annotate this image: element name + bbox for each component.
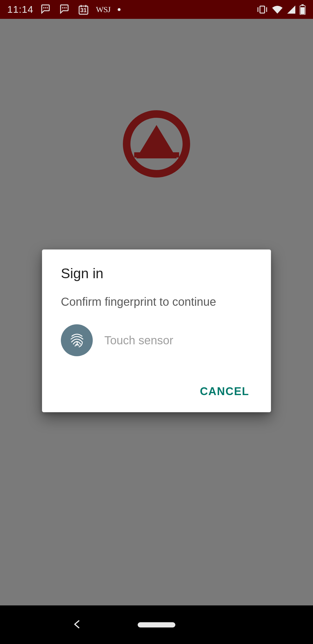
- wsj-icon: WSJ: [96, 5, 110, 14]
- cancel-button[interactable]: CANCEL: [199, 381, 251, 402]
- status-bar-left: 11:14 31 WSJ: [7, 4, 121, 15]
- svg-point-2: [47, 7, 48, 8]
- chat-icon: [59, 4, 71, 15]
- home-pill[interactable]: [138, 622, 175, 627]
- notification-dot-icon: [118, 8, 121, 11]
- dialog-title: Sign in: [61, 265, 252, 281]
- battery-icon: [299, 4, 306, 15]
- status-bar-right: [256, 4, 306, 15]
- svg-rect-9: [260, 6, 265, 13]
- chat-icon: [41, 4, 52, 15]
- svg-point-1: [45, 7, 46, 8]
- fingerprint-row: Touch sensor: [61, 324, 252, 356]
- status-clock: 11:14: [7, 4, 33, 15]
- back-button[interactable]: [72, 620, 82, 630]
- svg-rect-14: [301, 7, 305, 14]
- cell-signal-icon: [287, 5, 296, 14]
- vibrate-icon: [256, 5, 268, 14]
- svg-point-5: [65, 7, 67, 8]
- touch-sensor-label: Touch sensor: [104, 334, 173, 347]
- calendar-icon: 31: [78, 4, 89, 15]
- fingerprint-dialog: Sign in Confirm fingerprint to continue …: [42, 249, 271, 412]
- content-background: Sign in Confirm fingerprint to continue …: [0, 19, 313, 605]
- calendar-day: 31: [80, 7, 87, 13]
- wifi-icon: [272, 5, 283, 14]
- dialog-actions: CANCEL: [61, 381, 252, 402]
- svg-point-4: [64, 7, 65, 8]
- svg-point-0: [43, 7, 44, 8]
- status-bar: 11:14 31 WSJ: [0, 0, 313, 19]
- svg-point-3: [62, 7, 63, 8]
- fingerprint-icon[interactable]: [61, 324, 93, 356]
- navigation-bar: [0, 605, 313, 644]
- dialog-subtitle: Confirm fingerprint to continue: [61, 295, 252, 308]
